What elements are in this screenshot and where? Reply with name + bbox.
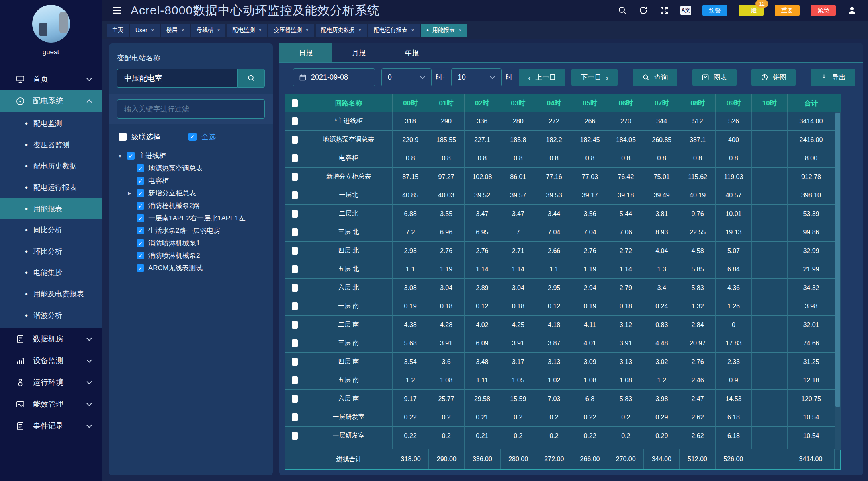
- workspace-tab-1[interactable]: User×: [130, 24, 160, 37]
- tree-node-1[interactable]: ✓电容柜: [127, 175, 265, 187]
- avatar[interactable]: [32, 5, 70, 43]
- close-icon[interactable]: ×: [305, 27, 309, 33]
- row-checkbox[interactable]: [292, 358, 298, 366]
- submenu-item-4[interactable]: •用能报表: [0, 198, 102, 219]
- row-checkbox[interactable]: [292, 247, 298, 255]
- workspace-tab-7[interactable]: 配电运行报表×: [368, 24, 420, 37]
- submenu-item-3[interactable]: •配电运行报表: [0, 177, 102, 198]
- sidebar-item-4[interactable]: 运行环境: [0, 372, 102, 393]
- tree-root-checkbox[interactable]: ✓: [127, 152, 135, 160]
- row-checkbox[interactable]: [292, 302, 298, 310]
- row-checkbox[interactable]: [292, 339, 298, 347]
- alarm-button-预警[interactable]: 预警: [702, 5, 727, 16]
- table-scrollbar[interactable]: [835, 112, 841, 450]
- tree-node-checkbox[interactable]: ✓: [137, 189, 144, 197]
- hour-start-select[interactable]: 0: [381, 68, 432, 86]
- submenu-item-5[interactable]: •同比分析: [0, 219, 102, 240]
- close-icon[interactable]: ×: [358, 27, 362, 33]
- refresh-icon[interactable]: [639, 6, 648, 15]
- row-checkbox[interactable]: [292, 228, 298, 236]
- select-all-checkbox[interactable]: ✓: [188, 133, 197, 141]
- report-tab-1[interactable]: 月报: [332, 43, 385, 62]
- tree-node-checkbox[interactable]: ✓: [137, 214, 144, 222]
- next-day-button[interactable]: 下一日 ›: [571, 69, 618, 86]
- report-tab-2[interactable]: 年报: [385, 43, 438, 62]
- tree-node-0[interactable]: ✓地源热泵空调总表: [127, 162, 265, 175]
- row-checkbox[interactable]: [292, 136, 298, 144]
- tree-node-checkbox[interactable]: ✓: [137, 202, 144, 210]
- hamburger-menu-icon[interactable]: [112, 6, 123, 14]
- tree-node-7[interactable]: ✓消防喷淋机械泵2: [127, 249, 265, 262]
- row-checkbox[interactable]: [292, 191, 298, 199]
- submenu-item-6[interactable]: •环比分析: [0, 240, 102, 262]
- row-checkbox[interactable]: [292, 395, 298, 403]
- query-button[interactable]: 查询: [633, 69, 677, 86]
- prev-day-button[interactable]: ‹ 上一日: [519, 69, 565, 86]
- submenu-item-7[interactable]: •电能集抄: [0, 262, 102, 283]
- cascade-checkbox[interactable]: [119, 133, 127, 141]
- alarm-button-重要[interactable]: 重要: [775, 5, 800, 16]
- tree-node-checkbox[interactable]: ✓: [137, 164, 144, 172]
- sidebar-item-0[interactable]: 首页: [0, 68, 102, 90]
- station-search-button[interactable]: [237, 69, 265, 88]
- tree-node-checkbox[interactable]: ✓: [137, 177, 144, 185]
- tree-node-8[interactable]: ✓ARCM无线表测试: [127, 262, 265, 274]
- row-checkbox[interactable]: [292, 284, 298, 292]
- row-checkbox[interactable]: [292, 265, 298, 273]
- row-checkbox[interactable]: [292, 321, 298, 329]
- fullscreen-icon[interactable]: [659, 6, 669, 15]
- search-icon[interactable]: [618, 6, 627, 15]
- row-checkbox[interactable]: [292, 376, 298, 384]
- close-icon[interactable]: ×: [151, 27, 154, 33]
- alarm-button-一般[interactable]: 一般12: [739, 5, 764, 16]
- submenu-item-9[interactable]: •谐波分析: [0, 304, 102, 326]
- tree-node-checkbox[interactable]: ✓: [137, 252, 144, 259]
- tree-node-3[interactable]: ✓消防栓机械泵2路: [127, 199, 265, 212]
- row-checkbox[interactable]: [292, 173, 298, 181]
- submenu-item-0[interactable]: •配电监测: [0, 113, 102, 134]
- row-checkbox[interactable]: [292, 154, 298, 162]
- row-checkbox[interactable]: [292, 432, 298, 440]
- workspace-tab-5[interactable]: 变压器监测×: [268, 24, 314, 37]
- station-search-input[interactable]: 中压配电室: [117, 69, 237, 88]
- date-picker[interactable]: 2021-09-08: [293, 68, 375, 86]
- tree-node-2[interactable]: ▶✓新增分立柜总表: [127, 187, 265, 199]
- translate-icon[interactable]: A文: [680, 6, 691, 15]
- close-icon[interactable]: ×: [217, 27, 220, 33]
- tree-node-4[interactable]: ✓一层南1APE2右一层北1APE1左: [127, 212, 265, 224]
- workspace-tab-8[interactable]: ●用能报表×: [421, 24, 467, 37]
- alarm-button-紧急[interactable]: 紧急: [811, 5, 836, 16]
- workspace-tab-2[interactable]: 楼层×: [161, 24, 190, 37]
- submenu-item-1[interactable]: •变压器监测: [0, 134, 102, 155]
- workspace-tab-3[interactable]: 母线槽×: [191, 24, 225, 37]
- tree-node-checkbox[interactable]: ✓: [137, 239, 144, 247]
- sidebar-item-2[interactable]: 数据机房: [0, 328, 102, 350]
- row-checkbox[interactable]: [292, 210, 298, 218]
- sidebar-item-5[interactable]: 能效管理: [0, 393, 102, 415]
- row-checkbox[interactable]: [292, 413, 298, 421]
- export-button[interactable]: 导出: [811, 69, 855, 86]
- sidebar-item-1[interactable]: 配电系统: [0, 90, 102, 112]
- chart-button[interactable]: 图表: [692, 69, 737, 86]
- pie-chart-button[interactable]: 饼图: [751, 69, 796, 86]
- scrollbar-thumb[interactable]: [835, 113, 840, 407]
- tree-node-5[interactable]: ✓生活水泵2路一层弱电房: [127, 224, 265, 237]
- tree-node-checkbox[interactable]: ✓: [137, 264, 144, 272]
- user-icon[interactable]: [847, 6, 857, 15]
- header-checkbox[interactable]: [292, 99, 298, 107]
- submenu-item-2[interactable]: •配电历史数据: [0, 155, 102, 177]
- tree-node-6[interactable]: ✓消防喷淋机械泵1: [127, 237, 265, 249]
- sidebar-item-6[interactable]: 事件记录: [0, 415, 102, 437]
- close-icon[interactable]: ×: [411, 27, 414, 33]
- report-tab-0[interactable]: 日报: [279, 43, 332, 62]
- close-icon[interactable]: ×: [181, 27, 184, 33]
- close-icon[interactable]: ×: [459, 27, 462, 33]
- caret-right-icon[interactable]: ▶: [127, 191, 133, 196]
- workspace-tab-4[interactable]: 配电监测×: [227, 24, 267, 37]
- submenu-item-8[interactable]: •用能及电费报表: [0, 283, 102, 304]
- workspace-tab-6[interactable]: 配电历史数据×: [316, 24, 367, 37]
- tree-root-node[interactable]: ▼ ✓ 主进线柜: [117, 150, 265, 162]
- workspace-tab-0[interactable]: 主页: [107, 24, 129, 37]
- row-checkbox[interactable]: [292, 117, 298, 125]
- hour-end-select[interactable]: 10: [451, 68, 502, 86]
